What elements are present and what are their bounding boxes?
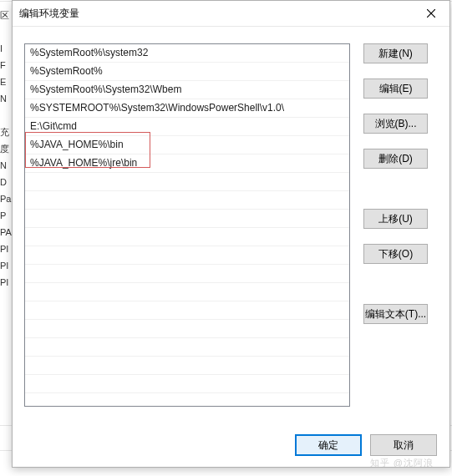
side-buttons: 新建(N) 编辑(E) 浏览(B)... 删除(D) 上移(U) 下移(O) 编… xyxy=(363,43,437,339)
browse-button[interactable]: 浏览(B)... xyxy=(363,114,428,134)
dialog-title: 编辑环境变量 xyxy=(19,7,79,21)
close-button[interactable] xyxy=(412,1,449,26)
edit-button[interactable]: 编辑(E) xyxy=(363,78,428,99)
path-list-empty-row xyxy=(25,320,349,338)
path-list-item[interactable]: %JAVA_HOME%\jre\bin xyxy=(25,154,349,173)
path-list-empty-row xyxy=(25,191,349,210)
path-list-empty-row xyxy=(25,228,349,246)
cancel-button[interactable]: 取消 xyxy=(370,434,437,456)
path-list-empty-row xyxy=(25,283,349,301)
path-list-item[interactable]: E:\Git\cmd xyxy=(25,118,349,136)
edit-text-button[interactable]: 编辑文本(T)... xyxy=(363,304,428,324)
path-list-item[interactable]: %JAVA_HOME%\bin xyxy=(25,136,349,154)
path-list-item[interactable]: %SystemRoot%\System32\Wbem xyxy=(25,81,349,99)
titlebar: 编辑环境变量 xyxy=(13,1,449,27)
path-listbox[interactable]: %SystemRoot%\system32%SystemRoot%%System… xyxy=(24,43,350,407)
path-list-empty-row xyxy=(25,210,349,228)
edit-env-var-dialog: 编辑环境变量 %SystemRoot%\system32%SystemRoot%… xyxy=(12,0,450,468)
path-list-empty-row xyxy=(25,393,349,407)
path-list-empty-row xyxy=(25,357,349,375)
dialog-footer: 确定 取消 xyxy=(295,434,437,456)
move-up-button[interactable]: 上移(U) xyxy=(363,209,428,229)
parent-window-fragment-text: 区 I F E N 充 度 N D Pa P PA PI PI PI xyxy=(0,0,12,476)
path-list-item[interactable]: %SYSTEMROOT%\System32\WindowsPowerShell\… xyxy=(25,99,349,118)
path-list-item[interactable]: %SystemRoot% xyxy=(25,63,349,81)
path-list-item[interactable]: %SystemRoot%\system32 xyxy=(25,44,349,63)
path-list-empty-row xyxy=(25,301,349,320)
move-down-button[interactable]: 下移(O) xyxy=(363,244,428,264)
ok-button[interactable]: 确定 xyxy=(295,434,362,456)
new-button[interactable]: 新建(N) xyxy=(363,43,428,63)
path-list-empty-row xyxy=(25,265,349,283)
dialog-content: %SystemRoot%\system32%SystemRoot%%System… xyxy=(13,27,449,468)
path-list-empty-row xyxy=(25,173,349,191)
close-icon xyxy=(427,9,435,18)
delete-button[interactable]: 删除(D) xyxy=(363,149,428,169)
path-list-empty-row xyxy=(25,375,349,393)
path-list-empty-row xyxy=(25,246,349,265)
path-list-empty-row xyxy=(25,338,349,357)
